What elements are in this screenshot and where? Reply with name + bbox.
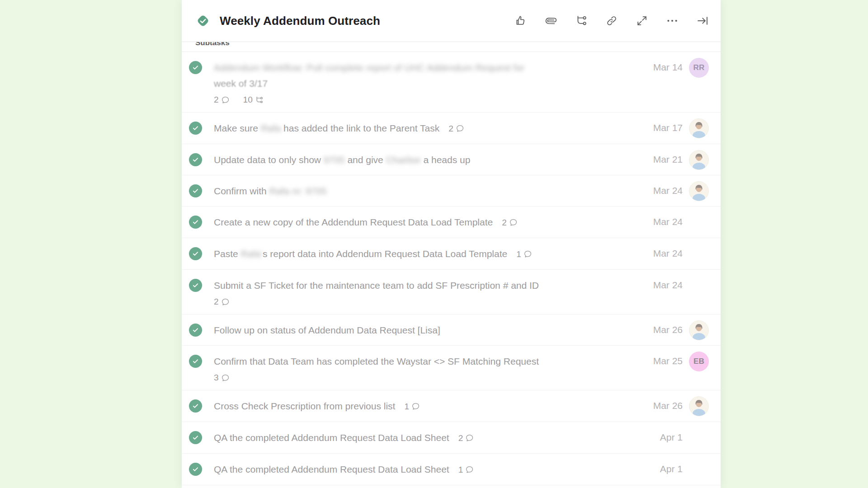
subtask-meta: 2 (214, 297, 636, 307)
subtask-title: Create a new copy of the Addendum Reques… (214, 206, 636, 238)
thumbs-up-icon[interactable] (514, 14, 527, 27)
redacted-text: 9705 (324, 155, 345, 165)
user-photo-avatar (689, 150, 709, 170)
expand-icon[interactable] (636, 14, 648, 27)
subtask-row[interactable]: QA the completed Addendum Request Data L… (182, 454, 721, 485)
completed-check-icon (192, 156, 199, 163)
subtask-meta: 3 (214, 373, 636, 383)
comment-bubble-icon (221, 374, 230, 382)
assignee-avatar-slot (689, 396, 709, 416)
comment-count: 1 (404, 399, 420, 414)
subtask-complete-check[interactable] (189, 216, 202, 229)
subtask-complete-check[interactable] (189, 279, 202, 292)
subtasks-scroll-area[interactable]: Subtasks Addendum Workflow: Pull complet… (182, 42, 721, 488)
comment-bubble-icon (411, 402, 420, 411)
due-date: Mar 24 (645, 206, 683, 227)
assignee-avatar-slot (689, 320, 709, 340)
completed-check-icon (192, 250, 199, 257)
due-date: Mar 17 (645, 113, 683, 133)
subtask-row[interactable]: Create a new copy of the Addendum Reques… (182, 206, 721, 238)
subtask-row[interactable]: Confirm that Data Team has completed the… (182, 346, 721, 390)
comment-count: 1 (516, 246, 532, 262)
comment-count: 2 (214, 297, 230, 307)
comment-count: 2 (502, 215, 518, 230)
subtask-title: Confirm that Data Team has completed the… (214, 346, 636, 390)
completed-check-icon (192, 466, 199, 473)
subtask-row[interactable]: Follow up on status of Addendum Data Req… (182, 314, 721, 346)
comment-bubble-icon (524, 250, 532, 258)
subtasks-section-heading: Subtasks (182, 42, 721, 52)
redacted-text: Rafa' (241, 249, 263, 259)
link-icon[interactable] (605, 14, 618, 27)
subtask-row[interactable]: Update data to only show 9705 and give C… (182, 144, 721, 175)
redacted-text: Charlise (386, 155, 421, 165)
due-date: Mar 14 (645, 52, 683, 73)
user-photo-avatar (689, 118, 709, 138)
comment-bubble-icon (509, 218, 518, 227)
assignee-avatar-slot: EB (689, 352, 709, 371)
due-date: Apr 1 (645, 422, 683, 443)
subtask-row[interactable]: Confirm with Rafa re: 9705Mar 24 (182, 175, 721, 206)
completed-check-icon (192, 327, 199, 333)
user-photo-avatar (689, 320, 709, 340)
subtask-count: 10 (243, 95, 264, 105)
subtask-title: Follow up on status of Addendum Data Req… (214, 314, 636, 345)
subtask-title: Confirm with Rafa re: 9705 (214, 175, 636, 206)
due-date: Mar 24 (645, 238, 683, 259)
completed-check-icon (192, 358, 199, 365)
subtask-icon[interactable] (575, 14, 588, 27)
completed-check-icon (192, 219, 199, 225)
subtask-complete-check[interactable] (189, 463, 202, 476)
subtask-complete-check[interactable] (189, 184, 202, 197)
subtask-meta: 2 10 (214, 95, 636, 105)
subtask-complete-check[interactable] (189, 324, 202, 337)
subtask-complete-check[interactable] (189, 355, 202, 368)
completed-check-icon (192, 125, 199, 131)
completed-check-icon (192, 403, 199, 409)
comment-count: 2 (448, 121, 464, 136)
comment-bubble-icon (221, 298, 230, 306)
redacted-text: Rafa re: 9705 (269, 186, 327, 196)
subtask-row[interactable]: QA the completed Addendum Request Data L… (182, 422, 721, 454)
due-date: Mar 26 (645, 314, 683, 335)
paperclip-icon[interactable] (545, 14, 557, 27)
task-complete-check-icon[interactable] (195, 13, 211, 28)
user-photo-avatar (689, 396, 709, 416)
task-detail-panel: Weekly Addendum Outreach (182, 0, 721, 488)
due-date: Mar 24 (645, 175, 683, 196)
subtask-title: Submit a SF Ticket for the maintenance t… (214, 270, 636, 314)
comment-count: 2 (458, 430, 474, 446)
assignee-avatar-slot (689, 150, 709, 170)
assignee-avatar-slot (689, 181, 709, 201)
subtask-count-icon (255, 96, 264, 104)
assignee-avatar-slot (689, 428, 709, 448)
subtask-row[interactable]: Paste Rafa's report data into Addendum R… (182, 238, 721, 270)
subtask-title: Update data to only show 9705 and give C… (214, 144, 636, 175)
subtask-complete-check[interactable] (189, 247, 202, 260)
subtask-complete-check[interactable] (189, 61, 202, 74)
assignee-avatar-slot (689, 276, 709, 296)
due-date: Mar 21 (645, 144, 683, 165)
assignee-avatar-slot: RR (689, 58, 709, 78)
subtask-complete-check[interactable] (189, 399, 202, 413)
user-photo-avatar (689, 181, 709, 201)
completed-check-icon (192, 64, 199, 71)
due-date: Mar 24 (645, 270, 683, 291)
comment-count: 3 (214, 373, 230, 383)
comment-count: 1 (458, 462, 474, 478)
comment-bubble-icon (465, 465, 474, 474)
collapse-right-icon[interactable] (696, 14, 709, 27)
subtask-complete-check[interactable] (189, 153, 202, 166)
subtask-row[interactable]: Cross Check Prescription from previous l… (182, 390, 721, 422)
due-date: Mar 25 (645, 346, 683, 366)
subtask-title: QA the completed Addendum Request Data L… (214, 422, 636, 453)
subtask-row[interactable]: Submit a SF Ticket for the maintenance t… (182, 270, 721, 314)
task-title: Weekly Addendum Outreach (220, 14, 380, 28)
subtask-complete-check[interactable] (189, 431, 202, 444)
ellipsis-icon[interactable] (666, 14, 679, 27)
subtask-row[interactable]: Make sure Rafa has added the link to the… (182, 113, 721, 144)
due-date: Apr 1 (645, 454, 683, 474)
subtask-row[interactable]: Addendum Workflow: Pull complete report … (182, 52, 721, 113)
subtask-complete-check[interactable] (189, 122, 202, 135)
subtask-title: QA the completed Addendum Request Data L… (214, 454, 636, 485)
